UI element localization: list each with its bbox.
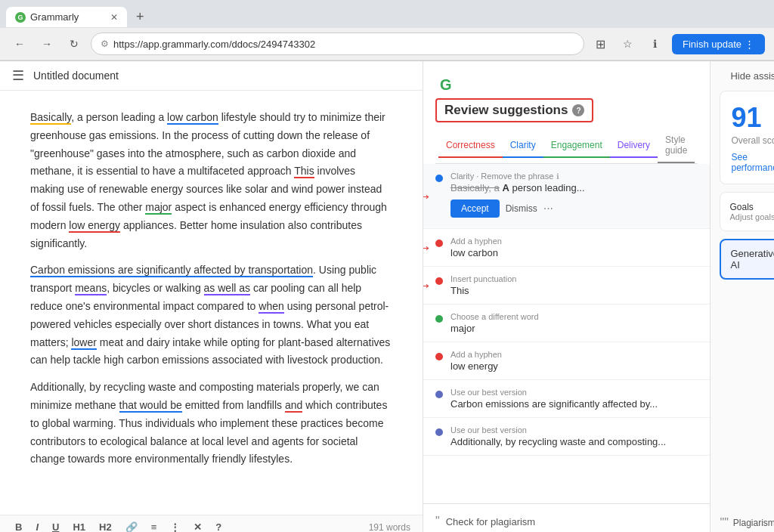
link-button[interactable]: 🔗	[122, 520, 141, 532]
doc-title: Untitled document	[33, 70, 119, 82]
accept-button-1[interactable]: Accept	[450, 200, 500, 218]
suggestion-content-5: Add a hyphen low energy	[450, 350, 698, 372]
tab-delivery[interactable]: Delivery	[610, 134, 658, 158]
suggestion-text-1: Basically, a A person leading...	[450, 182, 698, 193]
grammarly-logo: G	[440, 76, 452, 93]
tab-clarity[interactable]: Clarity	[503, 134, 543, 158]
when-highlight: when	[259, 300, 283, 314]
suggestion-text-5: low energy	[450, 360, 698, 372]
suggestion-text-4: major	[450, 323, 698, 334]
suggestion-text-3: This	[450, 285, 698, 296]
clear-format-button[interactable]: ✕	[190, 520, 205, 532]
suggestion-item-1[interactable]: → Clarity · Remove the phrase ℹ Basicall…	[423, 164, 710, 229]
ordered-list-button[interactable]: ≡	[148, 520, 160, 532]
h1-button[interactable]: H1	[70, 520, 88, 532]
hide-assistant-label: Hide assistant	[730, 70, 774, 82]
forward-button[interactable]: →	[36, 33, 57, 54]
tab-style[interactable]: Style guide	[658, 128, 695, 163]
document-content[interactable]: Basically, a person leading a low carbon…	[0, 91, 423, 515]
suggestion-content-3: Insert punctuation This	[450, 274, 698, 296]
score-card: 91 Overall score See performance ›	[720, 91, 774, 184]
score-number: 91	[731, 102, 774, 134]
suggestion-label-4: Choose a different word	[450, 312, 698, 321]
tab-favicon: G	[15, 12, 26, 23]
formatting-tools: B I U H1 H2 🔗 ≡ ⋮ ✕ ?	[12, 520, 224, 532]
paragraph-1: Basically, a person leading a low carbon…	[30, 109, 392, 252]
suggestion-content-4: Choose a different word major	[450, 312, 698, 334]
tab-engagement[interactable]: Engagement	[543, 134, 610, 158]
suggestion-dot-1	[435, 175, 443, 182]
suggestion-text-2: low carbon	[450, 247, 698, 258]
browser-controls: ← → ↻ ⚙ https://app.grammarly.com/ddocs/…	[0, 28, 774, 60]
suggestion-text-6: Carbon emissions are significantly affec…	[450, 398, 698, 410]
italic-button[interactable]: I	[33, 520, 42, 532]
hide-assistant-button[interactable]: Hide assistant >>	[720, 70, 774, 82]
suggestion-dot-4	[435, 315, 443, 323]
browser-chrome: G Grammarly ✕ + ← → ↻ ⚙ https://app.gram…	[0, 0, 774, 61]
suggestion-content-6: Use our best version Carbon emissions ar…	[450, 388, 698, 410]
browser-actions: ⊞ ☆ ℹ Finish update ⋮	[590, 33, 765, 54]
tab-close-button[interactable]: ✕	[110, 12, 118, 23]
underline-button[interactable]: U	[49, 520, 62, 532]
address-bar[interactable]: ⚙ https://app.grammarly.com/ddocs/249474…	[91, 32, 584, 55]
low-energy-highlight: low energy	[69, 219, 120, 233]
suggestion-item-3[interactable]: → Insert punctuation This	[423, 267, 710, 305]
doc-toolbar: ☰ Untitled document	[0, 61, 423, 91]
plagiarism-row[interactable]: "" Plagiarism	[720, 510, 774, 530]
suggestion-dot-2	[435, 240, 443, 247]
lower-highlight: lower	[71, 336, 96, 350]
reload-button[interactable]: ↻	[63, 33, 85, 54]
h2-button[interactable]: H2	[96, 520, 115, 532]
bookmark-button[interactable]: ☆	[618, 33, 639, 54]
suggestion-label-6: Use our best version	[450, 388, 698, 397]
carbon-emissions-highlight: Carbon emissions are significantly affec…	[30, 264, 313, 277]
help-doc-button[interactable]: ?	[212, 520, 224, 532]
suggestion-dot-6	[435, 391, 443, 398]
more-options-button-1[interactable]: ···	[543, 202, 553, 215]
goals-sub: Adjust goals	[729, 212, 774, 221]
suggestion-content-2: Add a hyphen low carbon	[450, 237, 698, 258]
plagiarism-icon: "	[435, 515, 440, 528]
score-label: Overall score	[731, 135, 774, 146]
suggestion-item-6[interactable]: Use our best version Carbon emissions ar…	[423, 380, 710, 418]
menu-button[interactable]: ☰	[12, 67, 24, 84]
suggestion-item-7[interactable]: Use our best version Additionally, by re…	[423, 418, 710, 456]
basically-highlight: Basically	[30, 111, 71, 125]
dismiss-button-1[interactable]: Dismiss	[506, 203, 537, 214]
new-tab-button[interactable]: +	[130, 6, 150, 28]
arrow-indicator-2: →	[423, 238, 432, 258]
suggestion-label-5: Add a hyphen	[450, 350, 698, 359]
document-panel: ☰ Untitled document Basically, a person …	[0, 61, 423, 532]
suggestions-panel: G Review suggestions ? Correctness Clari…	[423, 61, 711, 532]
paragraph-3: Additionally, by recycling waste and com…	[30, 379, 392, 469]
goals-card[interactable]: Goals Adjust goals ›	[720, 192, 774, 231]
suggestion-dot-5	[435, 353, 443, 360]
translate-button[interactable]: ⊞	[590, 33, 611, 54]
url-text: https://app.grammarly.com/ddocs/24947433…	[113, 39, 315, 50]
suggestion-item-5[interactable]: Add a hyphen low energy	[423, 342, 710, 380]
suggestion-item-4[interactable]: Choose a different word major	[423, 305, 710, 342]
suggestion-dot-7	[435, 428, 443, 436]
arrow-indicator-1: →	[423, 187, 432, 206]
goals-info: Goals Adjust goals	[729, 202, 774, 221]
tab-correctness[interactable]: Correctness	[438, 134, 503, 158]
help-button[interactable]: ℹ	[645, 33, 666, 54]
bold-button[interactable]: B	[12, 520, 25, 532]
suggestion-label-2: Add a hyphen	[450, 237, 698, 246]
see-performance-link[interactable]: See performance ›	[731, 152, 774, 173]
finish-update-button[interactable]: Finish update ⋮	[672, 34, 765, 54]
score-panel: Hide assistant >> 91 Overall score See p…	[711, 61, 774, 532]
review-help-icon[interactable]: ?	[572, 104, 584, 116]
and-highlight: and	[285, 399, 302, 413]
check-plagiarism-button[interactable]: " Check for plagiarism	[423, 503, 710, 532]
doc-footer: B I U H1 H2 🔗 ≡ ⋮ ✕ ? 191 words	[0, 515, 423, 532]
unordered-list-button[interactable]: ⋮	[167, 520, 183, 532]
back-button[interactable]: ←	[9, 33, 30, 54]
suggestion-item-2[interactable]: → Add a hyphen low carbon	[423, 229, 710, 267]
means-highlight: means	[75, 282, 107, 295]
generative-ai-card[interactable]: Generative AI ✦	[720, 239, 774, 280]
plagiarism-score-icon: ""	[720, 516, 728, 530]
as-well-as-highlight: as well as	[204, 282, 250, 295]
active-tab[interactable]: G Grammarly ✕	[6, 7, 127, 27]
suggestion-info-icon-1[interactable]: ℹ	[556, 172, 559, 181]
